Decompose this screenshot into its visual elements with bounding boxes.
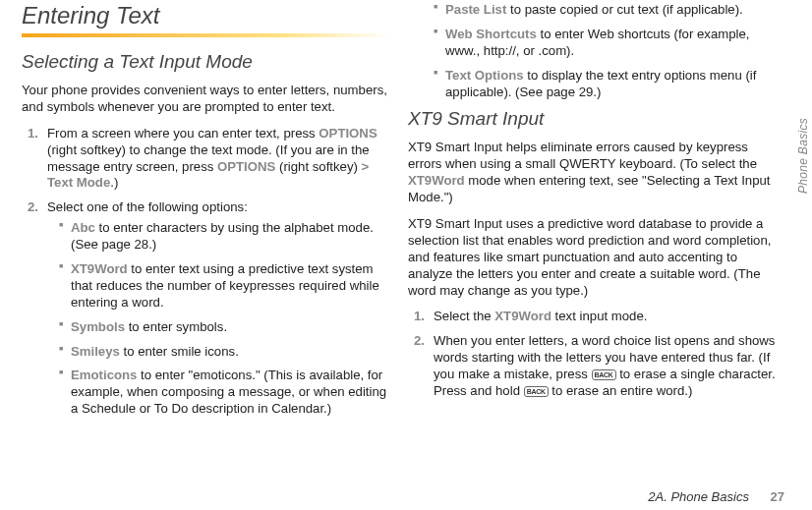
step1-text-g: .) <box>110 175 118 190</box>
xt9-p1-a: XT9 Smart Input helps eliminate errors c… <box>408 140 757 171</box>
option-smileys-label: Smileys <box>71 344 120 359</box>
heading-entering-text: Entering Text <box>22 2 390 29</box>
option-web-shortcuts: Web Shortcuts to enter Web shortcuts (fo… <box>434 27 777 60</box>
option-abc-label: Abc <box>71 220 95 235</box>
intro-paragraph: Your phone provides convenient ways to e… <box>22 83 390 116</box>
xt9-s1-b: XT9Word <box>494 309 551 323</box>
option-emoticons: Emoticons to enter "emoticons." (This is… <box>59 368 390 418</box>
step-2: Select one of the following options: Abc… <box>31 199 390 418</box>
back-key-icon: BACK <box>592 369 616 380</box>
option-paste-list-label: Paste List <box>445 2 506 17</box>
option-symbols-desc: to enter symbols. <box>125 319 227 334</box>
option-emoticons-label: Emoticons <box>71 368 137 382</box>
xt9-s2-c: to erase an entire word.) <box>549 383 693 398</box>
page-number: 27 <box>771 489 784 504</box>
step2-text: Select one of the following options: <box>47 199 248 214</box>
option-abc-desc: to enter characters by using the alphabe… <box>71 220 374 252</box>
step1-text-a: From a screen where you can enter text, … <box>47 126 319 141</box>
option-symbols: Symbols to enter symbols. <box>59 319 390 336</box>
heading-selecting-mode: Selecting a Text Input Mode <box>22 51 390 73</box>
xt9-p1-b: XT9Word <box>408 173 465 188</box>
xt9-s1-c: text input mode. <box>551 309 648 323</box>
option-xt9word-label: XT9Word <box>71 261 128 276</box>
back-key-icon-2: BACK <box>524 386 549 397</box>
option-paste-list: Paste List to paste copied or cut text (… <box>434 2 777 19</box>
divider-orange <box>22 33 390 37</box>
xt9-s1-a: Select the <box>434 309 494 323</box>
option-text-options: Text Options to display the text entry o… <box>434 68 777 101</box>
side-tab-label: Phone Basics <box>796 118 810 194</box>
option-symbols-label: Symbols <box>71 319 125 334</box>
step1-text-e: (right softkey) <box>275 159 361 174</box>
step-1: From a screen where you can enter text, … <box>31 126 390 193</box>
heading-xt9-smart-input: XT9 Smart Input <box>408 108 777 130</box>
xt9-step-1: Select the XT9Word text input mode. <box>418 309 777 325</box>
option-paste-list-desc: to paste copied or cut text (if applicab… <box>506 2 742 17</box>
option-abc: Abc to enter characters by using the alp… <box>59 220 390 254</box>
option-smileys-desc: to enter smile icons. <box>120 344 239 359</box>
option-smileys: Smileys to enter smile icons. <box>59 344 390 361</box>
xt9-paragraph-1: XT9 Smart Input helps eliminate errors c… <box>408 140 777 206</box>
option-xt9word: XT9Word to enter text using a predictive… <box>59 261 390 312</box>
footer-section: 2A. Phone Basics <box>648 489 749 504</box>
xt9-step-2: When you enter letters, a word choice li… <box>418 333 777 400</box>
option-web-shortcuts-label: Web Shortcuts <box>445 27 537 41</box>
softkey-options-2: OPTIONS <box>217 159 275 174</box>
xt9-paragraph-2: XT9 Smart Input uses a predictive word d… <box>408 216 777 299</box>
footer: 2A. Phone Basics 27 <box>648 489 784 504</box>
option-text-options-label: Text Options <box>445 68 524 83</box>
softkey-options-1: OPTIONS <box>319 126 377 141</box>
